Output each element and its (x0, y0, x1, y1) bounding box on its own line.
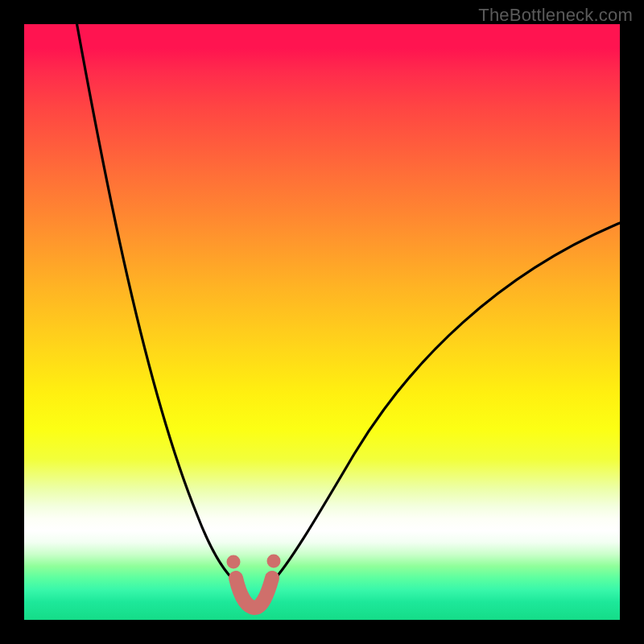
svg-point-1 (267, 555, 281, 568)
svg-point-0 (227, 555, 241, 569)
watermark-text: TheBottleneck.com (478, 5, 633, 26)
optimal-band-markers (0, 0, 644, 644)
